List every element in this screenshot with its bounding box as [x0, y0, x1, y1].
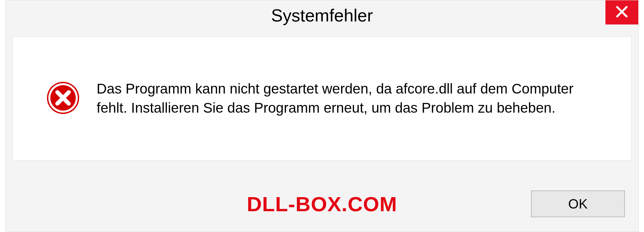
error-message: Das Programm kann nicht gestartet werden…	[97, 79, 586, 117]
close-button[interactable]	[605, 0, 638, 24]
message-panel: Das Programm kann nicht gestartet werden…	[12, 37, 632, 161]
watermark-text: DLL-BOX.COM	[247, 192, 397, 216]
error-dialog: Systemfehler Das Programm kann nicht ges…	[5, 0, 639, 232]
titlebar: Systemfehler	[6, 0, 638, 31]
dialog-footer: DLL-BOX.COM OK	[6, 185, 638, 222]
error-icon	[46, 81, 80, 116]
close-icon	[615, 5, 629, 20]
dialog-title: Systemfehler	[271, 5, 373, 25]
ok-button[interactable]: OK	[531, 190, 625, 217]
